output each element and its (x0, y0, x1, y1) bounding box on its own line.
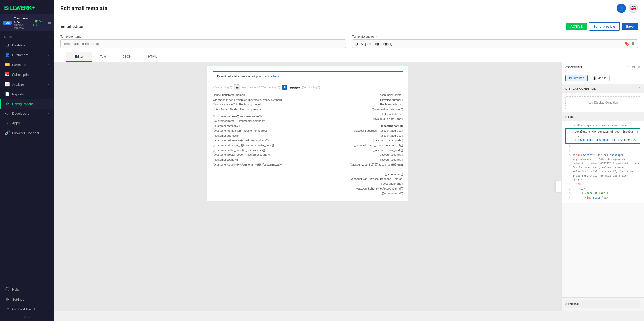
language-flag-button[interactable]: 🇬🇧 (629, 4, 638, 13)
code-content-12: <td> (573, 187, 585, 192)
save-button[interactable]: Save (622, 23, 638, 30)
email-editor-header: Email editor ACTIVE Send preview Save (60, 22, 638, 31)
sidebar-item-reports[interactable]: 📄 Reports (0, 89, 54, 99)
swap-icon[interactable]: ⇄ (48, 21, 51, 25)
tab-editor[interactable]: Editor (66, 52, 92, 62)
add-condition-button[interactable]: Add Display Condition (565, 96, 640, 109)
canvas-right-line: {{account.phone}} (346, 181, 403, 186)
code-line-14: 14 <img style="max- (565, 196, 640, 201)
copy-icon[interactable]: ⧉ (632, 65, 635, 69)
sidebar-item-settings[interactable]: ⚙ Settings (0, 294, 54, 304)
template-name-group: Template name (60, 35, 346, 48)
desktop-button[interactable]: 🖼 Desktop (565, 75, 588, 81)
canvas-right-line: {{/account.address}} {{#account.postal_c… (346, 133, 403, 143)
line-number-12: 12 (565, 187, 571, 192)
tab-text[interactable]: Text (92, 52, 114, 62)
device-toggle: 🖼 Desktop 📱 Mobile (562, 72, 644, 84)
canvas-right-line: {{/account.postal_code}} {{#account.coun… (346, 148, 403, 157)
tab-html[interactable]: HTML (140, 52, 165, 62)
required-indicator: * (376, 35, 377, 38)
send-preview-button[interactable]: Send preview (589, 22, 620, 31)
mobile-button[interactable]: 📱 Mobile (589, 75, 610, 81)
html-section-header[interactable]: HTML ⌃ (562, 112, 644, 121)
sidebar-label-subscriptions: Subscriptions (12, 73, 32, 77)
canvas-right-line: {{account.country}} (346, 157, 403, 162)
customers-icon: 👤 (5, 53, 10, 57)
help-icon: ⓘ (5, 287, 10, 292)
sidebar-item-analyze[interactable]: 📈 Analyze ► (0, 79, 54, 89)
canvas-right-line: {{/account.phone}} {{#account.email}}{{a… (346, 186, 403, 196)
trash-icon[interactable]: 🗑 (626, 65, 630, 69)
sidebar-item-developers[interactable]: <> Developers ► (0, 109, 54, 118)
line-number-14: 14 (565, 196, 571, 201)
sidebar-item-payments[interactable]: 💳 Payments ► (0, 60, 54, 70)
mobile-label: Mobile (597, 76, 606, 80)
display-condition-header[interactable]: DISPLAY CONDITION ⌃ (562, 84, 644, 93)
sidebar-label-analyze: Analyze (12, 83, 24, 86)
collapse-icon[interactable]: ‹ (49, 35, 50, 39)
logo-text: BiLLWERK (4, 5, 32, 11)
tab-json[interactable]: JSON (114, 52, 140, 62)
billwerk-connect-icon: 🔗 (5, 130, 10, 135)
company-section: TEST Company S.A. miriam-s-company 💚 Go … (0, 14, 54, 31)
developers-arrow: ► (47, 112, 50, 115)
panel-collapse-button[interactable]: › (555, 181, 561, 192)
canvas-text-line: {{customer.address2}} {{#customer.postal… (213, 143, 346, 148)
pdf-link[interactable]: here (273, 75, 279, 78)
code-line-9: 9 (565, 149, 640, 154)
sidebar-label-help: Help (12, 287, 19, 291)
customers-arrow: ► (47, 54, 50, 56)
logo-template-code: {{#account.logo}} (213, 86, 232, 89)
canvas-right-line: {{account.postal_code}} {{account.city}} (346, 143, 403, 148)
code-content-13: {{#account.logo}} (573, 191, 608, 196)
tag-icon[interactable]: 🔖 (624, 41, 630, 46)
sidebar-item-dashboard[interactable]: ⊞ Dashboard (0, 40, 54, 50)
canvas-right-line: {{#account.address}}{{account.address}} (346, 128, 403, 133)
sidebar-item-configurations[interactable]: ⚙ Configurations (0, 99, 54, 109)
display-condition-label: DISPLAY CONDITION (565, 87, 596, 90)
desktop-icon: 🖼 (569, 76, 572, 80)
close-icon[interactable]: ✕ (637, 65, 640, 69)
sidebar-label-billwerk-connect: Billwerk+ Connect (12, 131, 39, 135)
editor-tabs: Editor Text JSON HTML (60, 52, 638, 62)
sidebar-item-customers[interactable]: 👤 Customers ► (0, 50, 54, 60)
user-button[interactable]: 👤 (617, 4, 626, 13)
sidebar-item-apps[interactable]: ▫ Apps (0, 118, 54, 128)
template-subject-group: Template subject * 🔖 👁 (352, 35, 638, 48)
desktop-label: Desktop (573, 76, 584, 80)
email-editor-section: Email editor ACTIVE Send preview Save Te… (54, 17, 644, 62)
company-name: Company S.A. (14, 17, 31, 24)
canvas-right-line: {{/account.vat}} {{#account.phone}}Telef… (346, 177, 403, 182)
menu-label-section: Menu ‹ (0, 31, 54, 40)
template-subject-input[interactable] (352, 39, 638, 48)
sidebar-item-billwerk-connect[interactable]: 🔗 Billwerk+ Connect (0, 128, 54, 138)
editor-body: Download a PDF-version of your invoice h… (54, 62, 644, 311)
code-line-10: 10 <table width="100%" cellspacing=5 sty… (565, 153, 640, 182)
top-bar-actions: 👤 🇬🇧 (617, 4, 638, 13)
line-number-13: 13 (565, 191, 571, 196)
sidebar-item-subscriptions[interactable]: 📅 Subscriptions (0, 70, 54, 79)
go-live-link[interactable]: 💚 Go Live (33, 20, 43, 26)
panel-top-icons: 🗑 ⧉ ✕ (626, 65, 640, 69)
canvas-right-line: Rechnungsnummer: (346, 93, 403, 97)
content-area: Email editor ACTIVE Send preview Save Te… (54, 17, 644, 321)
canvas-highlight-box[interactable]: Download a PDF-version of your invoice h… (213, 71, 403, 81)
line-number-10: 10 (565, 153, 571, 182)
developers-icon: <> (5, 111, 10, 116)
sidebar-item-old-dashboard[interactable]: ↗ Old Dashboard (0, 304, 54, 314)
canvas-text-line: Unten finden Sie den Rechnungseingang (213, 107, 346, 112)
line-number-8: 8 (565, 144, 571, 149)
reepay-logo: R reepay (282, 85, 300, 90)
template-subject-label: Template subject * (352, 35, 638, 38)
general-section: GENERAL (562, 297, 644, 311)
main-area: Edit email template 👤 🇬🇧 Email editor AC… (54, 0, 644, 321)
active-button[interactable]: ACTIVE (566, 23, 587, 30)
canvas-right-line: {{invoice.due.date_long}} (346, 107, 403, 112)
eye-icon[interactable]: 👁 (631, 42, 635, 46)
subject-input-icons: 🔖 👁 (624, 41, 635, 46)
general-section-header[interactable]: GENERAL (565, 300, 640, 308)
sidebar-item-help[interactable]: ⓘ Help (0, 284, 54, 294)
template-name-input[interactable] (60, 39, 346, 48)
configurations-icon: ⚙ (5, 102, 10, 106)
logo-placeholder: 📷 (234, 84, 240, 90)
